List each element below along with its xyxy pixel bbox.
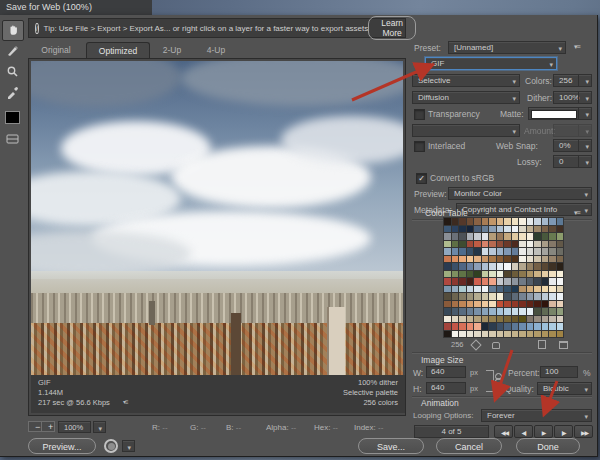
color-swatch[interactable] xyxy=(474,331,481,338)
color-swatch[interactable] xyxy=(542,286,549,293)
color-swatch[interactable] xyxy=(467,226,474,233)
color-swatch[interactable] xyxy=(467,248,474,255)
color-swatch[interactable] xyxy=(557,218,564,225)
eyedropper-tool[interactable] xyxy=(2,83,22,102)
color-swatch[interactable] xyxy=(512,301,519,308)
color-swatch[interactable] xyxy=(474,263,481,270)
color-swatch[interactable] xyxy=(459,256,466,263)
color-swatch[interactable] xyxy=(504,301,511,308)
color-swatch[interactable] xyxy=(549,323,556,330)
color-swatch[interactable] xyxy=(444,271,451,278)
color-swatch[interactable] xyxy=(459,286,466,293)
color-swatch[interactable] xyxy=(542,233,549,240)
color-swatch[interactable] xyxy=(519,308,526,315)
color-swatch[interactable] xyxy=(467,241,474,248)
web-snap-combo[interactable]: 0% ▾ xyxy=(553,139,592,152)
color-swatch[interactable] xyxy=(497,293,504,300)
color-swatch[interactable] xyxy=(519,286,526,293)
color-swatch[interactable] xyxy=(549,256,556,263)
color-swatch[interactable] xyxy=(504,308,511,315)
color-swatch[interactable] xyxy=(527,278,534,285)
color-swatch[interactable] xyxy=(542,241,549,248)
color-swatch[interactable] xyxy=(452,233,459,240)
color-swatch[interactable] xyxy=(504,293,511,300)
color-swatch[interactable] xyxy=(444,241,451,248)
color-swatch[interactable] xyxy=(542,263,549,270)
color-swatch[interactable] xyxy=(549,331,556,338)
last-frame-button[interactable]: ▶▶ xyxy=(574,425,593,438)
color-swatch[interactable] xyxy=(557,256,564,263)
color-swatch[interactable] xyxy=(542,278,549,285)
play-button[interactable]: ▶ xyxy=(534,425,553,438)
color-swatch[interactable] xyxy=(549,233,556,240)
color-swatch[interactable] xyxy=(557,293,564,300)
color-swatch[interactable] xyxy=(497,278,504,285)
color-swatch[interactable] xyxy=(444,218,451,225)
color-swatch[interactable] xyxy=(474,323,481,330)
color-swatch[interactable] xyxy=(504,316,511,323)
color-swatch[interactable] xyxy=(459,316,466,323)
color-swatch[interactable] xyxy=(504,263,511,270)
next-frame-button[interactable]: |▶ xyxy=(554,425,573,438)
color-swatch[interactable] xyxy=(497,286,504,293)
color-swatch[interactable] xyxy=(482,226,489,233)
color-swatch[interactable] xyxy=(512,218,519,225)
color-swatch[interactable] xyxy=(527,226,534,233)
color-swatch[interactable] xyxy=(452,241,459,248)
color-swatch[interactable] xyxy=(482,308,489,315)
color-swatch[interactable] xyxy=(527,248,534,255)
color-swatch[interactable] xyxy=(444,278,451,285)
color-swatch[interactable] xyxy=(459,233,466,240)
color-swatch[interactable] xyxy=(474,308,481,315)
color-swatch[interactable] xyxy=(459,263,466,270)
color-swatch[interactable] xyxy=(549,226,556,233)
color-swatch[interactable] xyxy=(512,248,519,255)
color-swatch[interactable] xyxy=(452,286,459,293)
color-swatch[interactable] xyxy=(489,286,496,293)
color-swatch[interactable] xyxy=(444,286,451,293)
color-swatch[interactable] xyxy=(527,308,534,315)
color-swatch[interactable] xyxy=(512,293,519,300)
color-swatch[interactable] xyxy=(497,256,504,263)
color-swatch[interactable] xyxy=(444,263,451,270)
color-swatch[interactable] xyxy=(474,233,481,240)
save-button[interactable]: Save... xyxy=(358,438,424,454)
color-swatch[interactable] xyxy=(459,301,466,308)
color-swatch[interactable] xyxy=(467,278,474,285)
color-swatch[interactable] xyxy=(504,323,511,330)
color-swatch[interactable] xyxy=(512,323,519,330)
color-swatch[interactable] xyxy=(542,323,549,330)
color-swatch[interactable] xyxy=(459,293,466,300)
tab-optimized[interactable]: Optimized xyxy=(86,42,150,59)
color-swatch[interactable] xyxy=(504,233,511,240)
color-swatch[interactable] xyxy=(549,308,556,315)
optimized-preview-panel[interactable]: GIF 1.144M 217 sec @ 56.6 Kbps ▾≡ 100% d… xyxy=(28,58,406,416)
color-swatch[interactable] xyxy=(444,331,451,338)
color-swatch[interactable] xyxy=(497,241,504,248)
color-swatch[interactable] xyxy=(527,241,534,248)
color-swatch[interactable] xyxy=(534,263,541,270)
color-swatch[interactable] xyxy=(474,301,481,308)
color-swatch[interactable] xyxy=(497,263,504,270)
color-swatch[interactable] xyxy=(452,323,459,330)
color-swatch[interactable] xyxy=(527,218,534,225)
tab-4up[interactable]: 4-Up xyxy=(196,42,236,58)
color-swatch[interactable] xyxy=(557,301,564,308)
color-swatch[interactable] xyxy=(482,218,489,225)
color-swatch[interactable] xyxy=(452,278,459,285)
color-swatch[interactable] xyxy=(504,218,511,225)
color-swatch[interactable] xyxy=(489,248,496,255)
color-swatch[interactable] xyxy=(474,286,481,293)
color-swatch[interactable] xyxy=(482,278,489,285)
color-swatch[interactable] xyxy=(444,301,451,308)
previous-frame-button[interactable]: ◀| xyxy=(514,425,533,438)
trash-icon[interactable] xyxy=(559,341,568,349)
color-swatch[interactable] xyxy=(557,226,564,233)
browser-select-dropdown[interactable]: ▾ xyxy=(122,440,135,452)
color-swatch[interactable] xyxy=(452,271,459,278)
color-swatch[interactable] xyxy=(519,263,526,270)
lock-color-icon[interactable] xyxy=(492,342,500,349)
color-swatch[interactable] xyxy=(512,316,519,323)
color-swatch[interactable] xyxy=(519,316,526,323)
color-swatch[interactable] xyxy=(482,256,489,263)
